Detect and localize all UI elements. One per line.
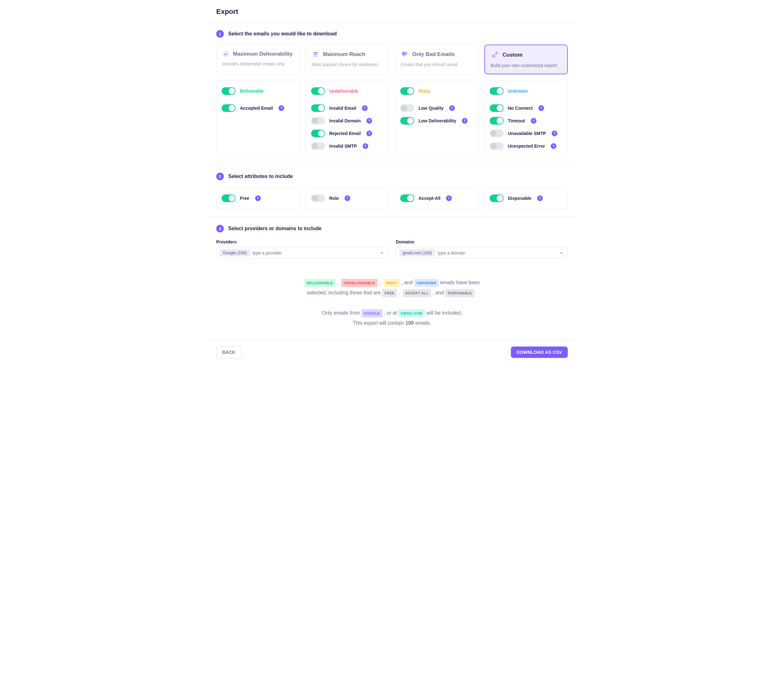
toggle-label: Unavailable SMTP <box>508 131 546 136</box>
provider-chip[interactable]: Google (100) <box>220 249 250 257</box>
footer: BACK DOWNLOAD AS CSV <box>209 340 575 365</box>
summary-tag: GMAIL.COM <box>398 309 425 317</box>
help-icon[interactable]: ? <box>531 118 536 123</box>
toggle-switch[interactable] <box>400 117 414 125</box>
help-icon[interactable]: ? <box>462 118 468 123</box>
toggle-label: Unknown <box>508 88 528 93</box>
chevron-down-icon[interactable] <box>559 251 564 255</box>
toggle-label: Disposable <box>508 196 532 201</box>
summary-tag: UNKNOWN <box>414 279 439 287</box>
toggle-switch[interactable] <box>490 142 504 150</box>
help-icon[interactable]: ? <box>363 143 368 149</box>
chevron-down-icon[interactable] <box>380 251 384 255</box>
preset-card-maximum-deliverability[interactable]: Maximum DeliverabilityIncludes deliverab… <box>216 45 300 74</box>
help-icon[interactable]: ? <box>345 195 350 201</box>
svg-rect-1 <box>313 52 318 53</box>
domains-input[interactable] <box>438 250 564 255</box>
help-icon[interactable]: ? <box>366 118 372 123</box>
svg-point-4 <box>493 55 495 57</box>
domain-chip[interactable]: gmail.com (100) <box>399 249 435 257</box>
toggle-label: Low Deliverability <box>419 118 456 123</box>
toggle-label: Free <box>240 196 250 201</box>
toggle-switch[interactable] <box>311 87 325 95</box>
preset-card-subtitle: Emails that you should avoid. <box>401 62 473 67</box>
thumbs-down-icon <box>401 51 408 58</box>
layers-icon <box>312 51 319 58</box>
toggle-switch[interactable] <box>490 104 504 112</box>
toggle-label: Role <box>330 196 339 201</box>
toggle-switch[interactable] <box>400 104 414 112</box>
toggle-switch[interactable] <box>490 130 504 137</box>
svg-rect-2 <box>313 54 318 55</box>
help-icon[interactable]: ? <box>552 131 557 136</box>
attribute-card-accept-all: Accept-All? <box>395 187 479 209</box>
preset-card-custom[interactable]: CustomBuild your own customized export. <box>484 45 568 74</box>
help-icon[interactable]: ? <box>446 195 452 201</box>
summary-tag: ACCEPT ALL <box>403 289 431 297</box>
providers-combobox[interactable]: Google (100) <box>216 247 388 258</box>
page-title: Export <box>216 8 568 16</box>
providers-input[interactable] <box>253 250 385 255</box>
toggle-switch[interactable] <box>311 104 325 112</box>
preset-card-only-bad-emails[interactable]: Only Bad EmailsEmails that you should av… <box>395 45 479 74</box>
page-header: Export <box>209 0 575 22</box>
toggle-label: Invalid Email <box>330 106 356 111</box>
toggle-switch[interactable] <box>221 104 236 112</box>
preset-card-title: Custom <box>503 52 523 58</box>
svg-rect-3 <box>313 56 318 57</box>
summary-tag: GOOGLE <box>361 309 383 317</box>
toggle-label: Risky <box>419 88 430 93</box>
domains-combobox[interactable]: gmail.com (100) <box>396 247 568 258</box>
toggle-switch[interactable] <box>311 195 325 202</box>
toggle-label: Unexpected Error <box>508 143 545 148</box>
step-badge-3: 3 <box>216 225 224 232</box>
toggle-label: Rejected Email <box>330 131 361 136</box>
toggle-label: Deliverable <box>240 88 264 93</box>
preset-card-title: Maximum Reach <box>323 51 365 58</box>
help-icon[interactable]: ? <box>255 195 261 201</box>
section-providers: 3 Select providers or domains to include… <box>209 217 575 266</box>
help-icon[interactable]: ? <box>278 105 284 111</box>
attribute-card-role: Role? <box>306 187 390 209</box>
preset-card-title: Maximum Deliverability <box>233 51 293 57</box>
preset-card-subtitle: Build your own customized export. <box>491 63 562 68</box>
toggle-switch[interactable] <box>400 87 414 95</box>
help-icon[interactable]: ? <box>537 195 543 201</box>
toggle-switch[interactable] <box>311 117 325 125</box>
toggle-switch[interactable] <box>311 142 325 150</box>
preset-card-maximum-reach[interactable]: Maximum ReachMost popular choice for mar… <box>306 45 390 74</box>
help-icon[interactable]: ? <box>551 143 556 149</box>
toggle-switch[interactable] <box>221 87 236 95</box>
help-icon[interactable]: ? <box>366 131 372 136</box>
section-attributes: 2 Select attributes to include Free?Role… <box>209 165 575 217</box>
toggle-switch[interactable] <box>311 130 325 137</box>
help-icon[interactable]: ? <box>449 105 455 111</box>
toggle-switch[interactable] <box>400 195 414 202</box>
summary-tag: FREE <box>382 289 397 297</box>
toggle-label: No Connect <box>508 106 533 111</box>
toggle-switch[interactable] <box>490 117 504 125</box>
status-group-risky: RiskyLow Quality?Low Deliverability? <box>395 80 479 157</box>
status-group-unknown: UnknownNo Connect?Timeout?Unavailable SM… <box>484 80 568 157</box>
summary-text: DELIVERABLE , UNDELIVERABLE , RISKY , an… <box>209 266 575 340</box>
domains-label: Domains <box>396 239 568 244</box>
status-group-undeliverable: UndeliverableInvalid Email?Invalid Domai… <box>306 80 390 157</box>
toggle-switch[interactable] <box>490 87 504 95</box>
download-csv-button[interactable]: DOWNLOAD AS CSV <box>511 347 568 358</box>
section-title: Select providers or domains to include <box>228 226 321 232</box>
back-button[interactable]: BACK <box>216 346 241 358</box>
toggle-switch[interactable] <box>221 195 236 202</box>
svg-point-5 <box>496 52 497 53</box>
help-icon[interactable]: ? <box>362 105 368 111</box>
toggle-switch[interactable] <box>490 195 504 202</box>
preset-card-subtitle: Includes deliverable emails only. <box>222 61 294 67</box>
preset-card-subtitle: Most popular choice for marketers. <box>312 62 383 67</box>
help-icon[interactable]: ? <box>538 105 544 111</box>
section-title: Select the emails you would like to down… <box>228 31 337 37</box>
summary-tag: UNDELIVERABLE <box>341 279 378 287</box>
status-group-deliverable: DeliverableAccepted Email? <box>216 80 300 157</box>
gears-icon <box>491 51 499 59</box>
section-title: Select attributes to include <box>228 173 293 179</box>
attribute-card-free: Free? <box>216 187 300 209</box>
preset-card-title: Only Bad Emails <box>412 51 454 58</box>
